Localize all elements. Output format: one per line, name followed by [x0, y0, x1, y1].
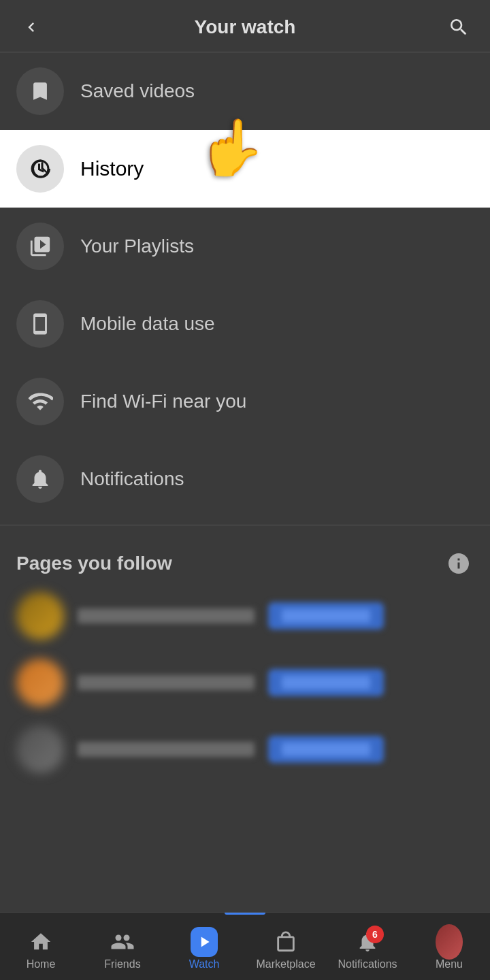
page-row	[16, 592, 474, 640]
notification-badge: 6	[366, 926, 384, 943]
history-icon-circle	[16, 145, 64, 193]
mobile-icon	[29, 312, 52, 336]
watch-nav-label: Watch	[189, 958, 220, 970]
saved-videos-item[interactable]: Saved videos	[0, 52, 490, 130]
playlists-icon-circle	[16, 223, 64, 270]
page-name	[78, 742, 255, 757]
nav-item-marketplace[interactable]: Marketplace	[245, 923, 327, 970]
pages-title: Pages you follow	[16, 553, 172, 574]
marketplace-nav-label: Marketplace	[256, 958, 315, 970]
home-nav-label: Home	[27, 958, 56, 970]
friends-nav-label: Friends	[104, 958, 140, 970]
home-icon	[29, 930, 52, 953]
pages-section: Pages you follow	[0, 532, 490, 773]
menu-nav-label: Menu	[436, 958, 463, 970]
your-playlists-item[interactable]: Your Playlists	[0, 208, 490, 285]
notifications-icon-circle	[16, 455, 64, 503]
page-row	[16, 725, 474, 773]
mobile-data-label: Mobile data use	[80, 313, 215, 335]
marketplace-icon	[274, 930, 297, 953]
bottom-navigation: Home Friends Watch Marketplace	[0, 912, 490, 980]
menu-list: Saved videos History Your Playlists Mobi…	[0, 52, 490, 518]
nav-item-home[interactable]: Home	[0, 923, 82, 970]
play-icon	[195, 933, 213, 951]
history-label: History	[80, 157, 144, 180]
watch-active-bar	[225, 913, 265, 915]
wifi-icon	[27, 389, 53, 414]
menu-nav-icon	[436, 928, 463, 956]
notifications-label: Notifications	[80, 468, 184, 490]
page-row	[16, 659, 474, 706]
playlist-icon	[29, 235, 52, 258]
pages-header: Pages you follow	[16, 549, 474, 578]
watch-nav-icon	[191, 928, 218, 956]
follow-btn-inner	[282, 742, 370, 756]
nav-item-friends[interactable]: Friends	[82, 923, 163, 970]
find-wifi-item[interactable]: Find Wi-Fi near you	[0, 363, 490, 440]
info-icon	[446, 551, 471, 576]
clock-icon	[28, 157, 52, 181]
notifications-nav-icon: 6	[354, 928, 381, 956]
home-nav-icon	[27, 928, 54, 956]
back-button[interactable]	[16, 12, 46, 42]
page-name	[78, 608, 255, 623]
follow-btn-inner	[282, 609, 370, 623]
nav-item-notifications[interactable]: 6 Notifications	[327, 923, 408, 970]
bookmark-icon	[29, 80, 52, 103]
watch-play-button	[191, 927, 218, 957]
your-playlists-label: Your Playlists	[80, 235, 194, 257]
section-separator	[0, 525, 490, 525]
bell-icon	[29, 468, 52, 491]
header: Your watch	[0, 0, 490, 52]
menu-avatar	[436, 924, 463, 960]
wifi-icon-circle	[16, 378, 64, 425]
nav-item-menu[interactable]: Menu	[408, 923, 490, 970]
page-follow-button[interactable]	[268, 602, 384, 630]
page-title: Your watch	[195, 16, 296, 38]
marketplace-nav-icon	[272, 928, 299, 956]
page-avatar	[16, 659, 64, 706]
notifications-nav-label: Notifications	[338, 958, 397, 970]
nav-item-watch[interactable]: Watch	[163, 923, 245, 970]
page-name	[78, 675, 255, 690]
info-button[interactable]	[444, 549, 474, 578]
find-wifi-label: Find Wi-Fi near you	[80, 391, 246, 412]
search-button[interactable]	[444, 12, 474, 42]
saved-videos-icon-circle	[16, 67, 64, 115]
page-avatar	[16, 725, 64, 773]
page-follow-button[interactable]	[268, 736, 384, 763]
history-item[interactable]: History	[0, 130, 490, 208]
notifications-item[interactable]: Notifications	[0, 440, 490, 518]
mobile-data-item[interactable]: Mobile data use	[0, 285, 490, 363]
follow-btn-inner	[282, 676, 370, 689]
friends-nav-icon	[109, 928, 136, 956]
mobile-icon-circle	[16, 300, 64, 348]
page-follow-button[interactable]	[268, 669, 384, 696]
saved-videos-label: Saved videos	[80, 80, 195, 102]
friends-icon	[110, 930, 135, 954]
page-avatar	[16, 592, 64, 640]
